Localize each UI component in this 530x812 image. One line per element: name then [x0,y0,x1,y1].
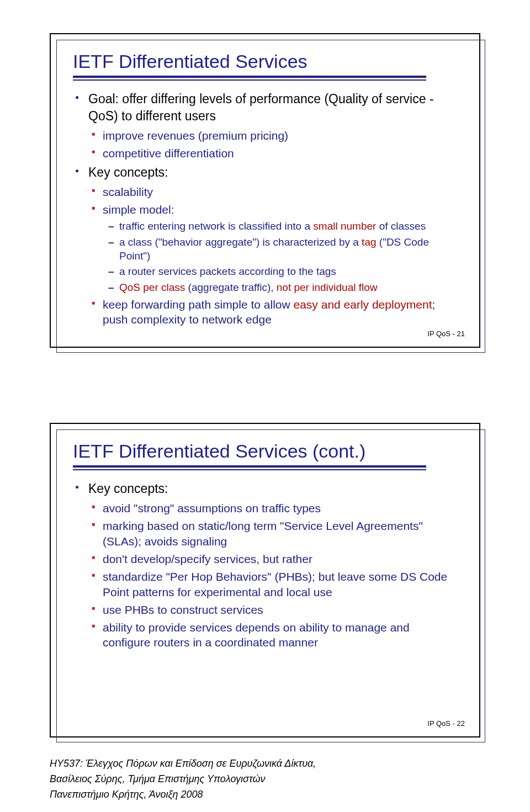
page-number: IP QoS - 21 [427,330,465,338]
bullet-l2: standardize "Per Hop Behaviors" (PHBs); … [73,569,457,599]
text-span: (aggregate traffic), [185,282,276,293]
text-span: keep forwarding path simple to allow [103,298,294,311]
text-span: traffic entering network is classified i… [119,220,313,232]
highlight-red: easy and early deployment [294,298,432,311]
bullet-l2: use PHBs to construct services [73,602,457,617]
bullet-l2: marking based on static/long term "Servi… [73,518,457,549]
bullet-l2: avoid "strong" assumptions on traffic ty… [73,501,457,516]
page-footer: HY537: Έλεγχος Πόρων και Επίδοση σε Ευρυ… [50,756,316,803]
slide-2: IETF Differentiated Services (cont.) Key… [50,423,480,737]
footer-line: HY537: Έλεγχος Πόρων και Επίδοση σε Ευρυ… [50,756,316,772]
bullet-l2: simple model: [73,202,457,217]
text-span: a class ("behavior aggregate") is charac… [119,236,362,248]
bullet-l1: Key concepts: [73,480,457,497]
highlight-red: small number [313,220,376,232]
bullet-l3: a router services packets according to t… [73,265,457,279]
bullet-l2: don't develop/specify services, but rath… [73,551,457,566]
bullet-l3: QoS per class (aggregate traffic), not p… [73,281,457,295]
bullet-l1: Goal: offer differing levels of performa… [73,91,457,125]
bullet-list: Key concepts: avoid "strong" assumptions… [73,480,457,650]
bullet-l2: ability to provide services depends on a… [73,620,457,650]
bullet-l3: a class ("behavior aggregate") is charac… [73,236,457,263]
footer-line: Βασίλειος Σύρης, Τμήμα Επιστήμης Υπολογι… [50,772,316,787]
bullet-l2: competitive differentiation [73,146,457,161]
slide-1: IETF Differentiated Services Goal: offer… [50,33,480,348]
bullet-l2: scalability [73,184,457,199]
footer-line: Πανεπιστήμιο Κρήτης, Άνοιξη 2008 [50,787,316,803]
bullet-l1: Key concepts: [73,164,457,181]
bullet-l2: improve revenues (premium pricing) [73,128,457,143]
page-number: IP QoS - 22 [427,719,465,728]
text-span: of classes [376,220,426,232]
highlight-red: tag [362,236,376,248]
bullet-l3: traffic entering network is classified i… [73,220,457,233]
highlight-red: not per individual flow [277,282,378,293]
bullet-l2: keep forwarding path simple to allow eas… [73,297,457,327]
highlight-red: QoS per class [119,282,185,293]
